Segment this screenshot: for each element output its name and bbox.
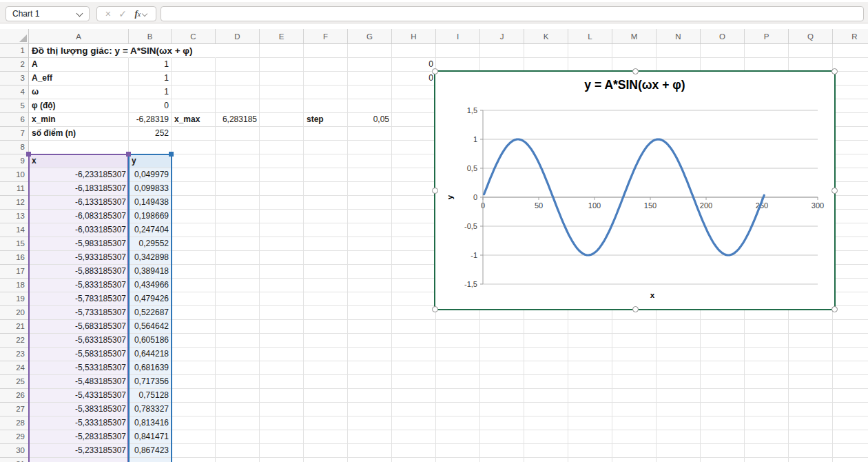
cell-J27[interactable] xyxy=(480,403,524,416)
cell-K27[interactable] xyxy=(524,403,568,416)
cell-F2[interactable] xyxy=(304,58,348,72)
cell-K29[interactable] xyxy=(524,430,568,444)
cell-I29[interactable] xyxy=(436,430,480,444)
cell-G4[interactable] xyxy=(348,86,392,99)
cell-E13[interactable] xyxy=(260,210,304,223)
cell-F21[interactable] xyxy=(304,320,348,334)
cell-M25[interactable] xyxy=(612,375,657,389)
row-header-26[interactable]: 26 xyxy=(0,389,29,403)
cell-F19[interactable] xyxy=(304,292,348,306)
cell-H22[interactable] xyxy=(392,334,436,348)
cell-J24[interactable] xyxy=(480,361,524,375)
cell-D26[interactable] xyxy=(216,389,260,403)
cell-R21[interactable] xyxy=(833,320,868,334)
cell-C20[interactable] xyxy=(172,306,216,320)
cell-F12[interactable] xyxy=(304,196,348,210)
cell-H31[interactable] xyxy=(392,458,436,462)
row-header-31[interactable]: 31 xyxy=(0,458,29,462)
row-header-14[interactable]: 14 xyxy=(0,223,29,237)
chart-resize-handle-s[interactable] xyxy=(632,306,639,312)
cell-O24[interactable] xyxy=(701,361,745,375)
cell-C3[interactable] xyxy=(172,72,216,86)
cell-F29[interactable] xyxy=(304,430,348,444)
cell-B31[interactable] xyxy=(129,458,172,462)
cell-K2[interactable] xyxy=(524,58,568,72)
cell-E1[interactable] xyxy=(260,44,304,58)
cell-R26[interactable] xyxy=(833,389,868,403)
cell-O29[interactable] xyxy=(701,430,745,444)
cell-D2[interactable] xyxy=(216,58,260,72)
cell-E20[interactable] xyxy=(260,306,304,320)
cell-Q23[interactable] xyxy=(789,348,833,361)
cell-P21[interactable] xyxy=(745,320,789,334)
cell-M22[interactable] xyxy=(612,334,657,348)
chart-resize-handle-ne[interactable] xyxy=(831,68,838,74)
col-header-G[interactable]: G xyxy=(348,29,392,44)
cell-R25[interactable] xyxy=(833,375,868,389)
cell-G7[interactable] xyxy=(348,127,392,141)
row-header-20[interactable]: 20 xyxy=(0,306,29,320)
cell-C13[interactable] xyxy=(172,210,216,223)
cell-E22[interactable] xyxy=(260,334,304,348)
cell-P29[interactable] xyxy=(745,430,789,444)
cell-J31[interactable] xyxy=(480,458,524,462)
cell-R12[interactable] xyxy=(833,196,868,210)
cell-G9[interactable] xyxy=(348,154,392,168)
chevron-down-icon[interactable] xyxy=(143,12,147,17)
cell-H13[interactable] xyxy=(392,210,436,223)
cell-F16[interactable] xyxy=(304,251,348,265)
cell-N23[interactable] xyxy=(657,348,701,361)
cell-N25[interactable] xyxy=(657,375,701,389)
cell-C28[interactable] xyxy=(172,416,216,430)
cell-F23[interactable] xyxy=(304,348,348,361)
cell-I2[interactable] xyxy=(436,58,480,72)
cell-D30[interactable] xyxy=(216,444,260,458)
cell-G14[interactable] xyxy=(348,223,392,237)
cell-E15[interactable] xyxy=(260,237,304,251)
chart-resize-handle-n[interactable] xyxy=(632,68,639,74)
cell-R1[interactable] xyxy=(833,44,868,58)
cell-C24[interactable] xyxy=(172,361,216,375)
cell-R13[interactable] xyxy=(833,210,868,223)
cell-Q25[interactable] xyxy=(789,375,833,389)
cell-H8[interactable] xyxy=(392,141,436,154)
cell-G25[interactable] xyxy=(348,375,392,389)
cell-G21[interactable] xyxy=(348,320,392,334)
cell-F24[interactable] xyxy=(304,361,348,375)
cell-N27[interactable] xyxy=(657,403,701,416)
cell-D13[interactable] xyxy=(216,210,260,223)
cell-H28[interactable] xyxy=(392,416,436,430)
cell-C14[interactable] xyxy=(172,223,216,237)
cell-H18[interactable] xyxy=(392,279,436,292)
cell-F31[interactable] xyxy=(304,458,348,462)
cell-I26[interactable] xyxy=(436,389,480,403)
cell-F3[interactable] xyxy=(304,72,348,86)
cell-C22[interactable] xyxy=(172,334,216,348)
cell-R28[interactable] xyxy=(833,416,868,430)
col-header-J[interactable]: J xyxy=(480,29,524,44)
cell-H25[interactable] xyxy=(392,375,436,389)
cell-F27[interactable] xyxy=(304,403,348,416)
cell-R16[interactable] xyxy=(833,251,868,265)
row-header-6[interactable]: 6 xyxy=(0,113,29,127)
cell-C9[interactable] xyxy=(172,154,216,168)
cancel-icon[interactable]: × xyxy=(105,7,111,21)
row-header-29[interactable]: 29 xyxy=(0,430,29,444)
cell-C5[interactable] xyxy=(172,99,216,113)
cell-F17[interactable] xyxy=(304,265,348,279)
row-header-3[interactable]: 3 xyxy=(0,72,29,86)
cell-D25[interactable] xyxy=(216,375,260,389)
cell-D8[interactable] xyxy=(216,141,260,154)
cell-H14[interactable] xyxy=(392,223,436,237)
col-header-F[interactable]: F xyxy=(304,29,348,44)
cell-E27[interactable] xyxy=(260,403,304,416)
cell-H24[interactable] xyxy=(392,361,436,375)
cell-C27[interactable] xyxy=(172,403,216,416)
cell-L22[interactable] xyxy=(568,334,612,348)
cell-F25[interactable] xyxy=(304,375,348,389)
cell-F22[interactable] xyxy=(304,334,348,348)
cell-C30[interactable] xyxy=(172,444,216,458)
cell-J25[interactable] xyxy=(480,375,524,389)
cell-M30[interactable] xyxy=(612,444,657,458)
cell-F7[interactable] xyxy=(304,127,348,141)
